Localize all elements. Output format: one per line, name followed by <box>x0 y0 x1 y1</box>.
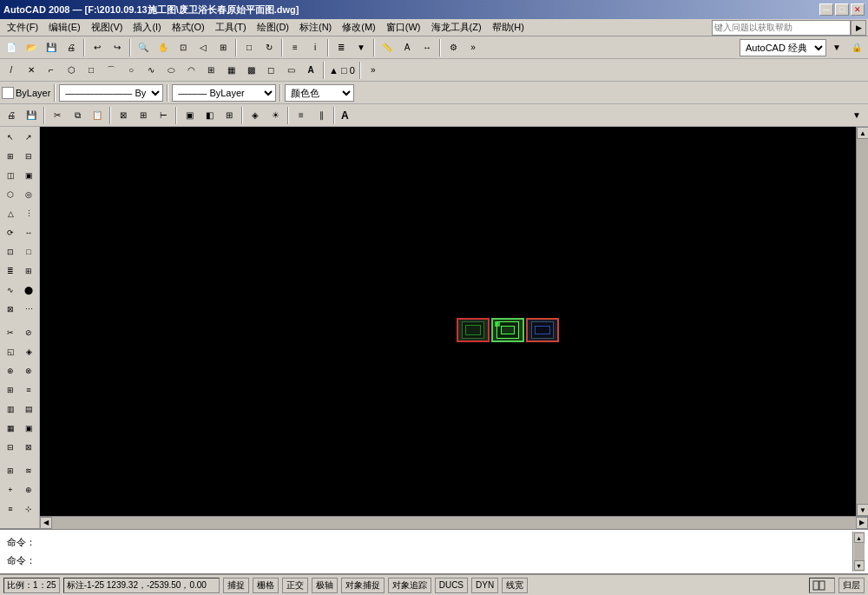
more-btn[interactable]: » <box>464 38 483 57</box>
lock-ui[interactable]: 🔒 <box>847 38 866 57</box>
hscroll-left[interactable]: ◀ <box>40 517 52 529</box>
open-button[interactable]: 📂 <box>22 38 41 57</box>
vscroll-up[interactable]: ▲ <box>857 127 868 139</box>
menu-draw[interactable]: 绘图(D) <box>252 19 294 36</box>
menu-format[interactable]: 格式(O) <box>167 19 210 36</box>
hscroll-track[interactable] <box>52 517 856 529</box>
osnap-btn[interactable]: 对象捕捉 <box>341 578 385 593</box>
minimize-button[interactable]: — <box>819 3 833 16</box>
mline-style[interactable]: ≡ <box>292 106 311 125</box>
left-btn-3[interactable]: ⊞ <box>2 148 19 165</box>
menu-dimension[interactable]: 标注(N) <box>294 19 337 36</box>
menu-modify[interactable]: 修改(M) <box>337 19 381 36</box>
left-btn-24[interactable]: ◈ <box>20 343 37 360</box>
left-btn-42[interactable]: ⊛ <box>20 524 37 528</box>
save-small[interactable]: 💾 <box>22 106 41 125</box>
preview-thumb-1[interactable] <box>457 318 490 342</box>
zoom-realtime[interactable]: 🔍 <box>134 38 153 57</box>
grid-btn[interactable]: 栅格 <box>253 578 279 593</box>
close-button[interactable]: ✕ <box>851 3 865 16</box>
text-style[interactable]: A <box>398 38 417 57</box>
ortho-toggle[interactable]: ⊢ <box>154 106 173 125</box>
measure[interactable]: 📏 <box>378 38 397 57</box>
snap-btn[interactable]: 捕捉 <box>223 578 249 593</box>
cmdscroll-up[interactable]: ▲ <box>854 532 865 543</box>
lineweight-dropdown[interactable]: ——— ByLayer <box>172 84 276 102</box>
draw-hatch[interactable]: ▦ <box>221 61 240 80</box>
polar-btn[interactable]: 极轴 <box>312 578 338 593</box>
new-button[interactable]: 📄 <box>2 38 21 57</box>
left-btn-30[interactable]: ▤ <box>20 400 37 418</box>
insert-block[interactable]: ⊞ <box>220 106 239 125</box>
left-btn-20[interactable]: ⋯ <box>20 301 37 318</box>
draw-arc[interactable]: ⌒ <box>102 61 121 80</box>
help-search-input[interactable] <box>712 20 851 36</box>
left-btn-31[interactable]: ▦ <box>2 420 19 437</box>
lw-btn[interactable]: 线宽 <box>502 578 528 593</box>
snap-toggle[interactable]: ⊠ <box>114 106 133 125</box>
left-btn-9[interactable]: △ <box>2 205 19 222</box>
properties[interactable]: i <box>306 38 325 57</box>
preview-thumb-2[interactable] <box>491 318 524 342</box>
left-btn-23[interactable]: ◱ <box>2 343 19 360</box>
layer-return-btn[interactable]: 归层 <box>838 578 865 593</box>
preview-thumb-3[interactable] <box>526 318 559 342</box>
left-btn-15[interactable]: ≣ <box>2 262 19 280</box>
left-btn-18[interactable]: ⬤ <box>20 281 37 299</box>
left-btn-36[interactable]: ≋ <box>20 462 37 479</box>
left-btn-16[interactable]: ⊞ <box>20 262 37 280</box>
drawing-canvas[interactable] <box>40 127 856 516</box>
more3[interactable]: ▼ <box>847 106 866 125</box>
linetype-dropdown[interactable]: ——————— ByLayer <box>59 84 163 102</box>
ortho-btn[interactable]: 正交 <box>282 578 308 593</box>
render[interactable]: ◈ <box>246 106 265 125</box>
dim-style[interactable]: ↔ <box>418 38 437 57</box>
draw-line[interactable]: / <box>2 61 21 80</box>
sun[interactable]: ☀ <box>266 106 285 125</box>
plot-button[interactable]: 🖨 <box>62 38 81 57</box>
menu-window[interactable]: 窗口(W) <box>381 19 426 36</box>
left-btn-14[interactable]: □ <box>20 243 37 261</box>
draw-spline[interactable]: ∿ <box>141 61 161 80</box>
more2[interactable]: » <box>364 61 383 80</box>
print-prev[interactable]: 🖨 <box>2 106 21 125</box>
left-btn-38[interactable]: ⊕ <box>20 481 37 499</box>
draw-ellipse[interactable]: ⬭ <box>161 61 181 80</box>
pan-button[interactable]: ✋ <box>154 38 173 57</box>
otrack-btn[interactable]: 对象追踪 <box>388 578 431 593</box>
cmd-input-1[interactable] <box>39 538 849 548</box>
vscroll-down[interactable]: ▼ <box>857 504 868 516</box>
left-btn-21[interactable]: ✂ <box>2 324 19 341</box>
left-btn-17[interactable]: ∿ <box>2 281 19 299</box>
layer-panel[interactable]: ≣ <box>332 38 351 57</box>
left-btn-22[interactable]: ⊘ <box>20 324 37 341</box>
plotstyle-dropdown[interactable]: 颜色色 <box>285 84 354 102</box>
vscroll-track[interactable] <box>857 139 868 504</box>
left-btn-10[interactable]: ⋮ <box>20 205 37 222</box>
left-btn-4[interactable]: ⊟ <box>20 148 37 165</box>
left-btn-40[interactable]: ⊹ <box>20 500 37 518</box>
cut[interactable]: ✂ <box>48 106 67 125</box>
left-btn-37[interactable]: + <box>2 481 19 499</box>
left-btn-28[interactable]: ≡ <box>20 381 37 399</box>
draw-polygon[interactable]: ⬡ <box>62 61 81 80</box>
menu-file[interactable]: 文件(F) <box>2 19 43 36</box>
left-btn-arrow[interactable]: ↖ <box>2 129 19 146</box>
left-btn-11[interactable]: ⟳ <box>2 224 19 241</box>
draw-circle[interactable]: ○ <box>122 61 141 80</box>
left-btn-7[interactable]: ⬡ <box>2 186 19 203</box>
mline-draw[interactable]: ∥ <box>312 106 331 125</box>
redo-button[interactable]: ↪ <box>108 38 127 57</box>
menu-edit[interactable]: 编辑(E) <box>43 19 86 36</box>
left-btn-12[interactable]: ↔ <box>20 224 37 241</box>
draw-ellipse-arc[interactable]: ◠ <box>181 61 201 80</box>
draw-mtext[interactable]: A <box>301 61 320 80</box>
menu-help[interactable]: 帮助(H) <box>487 19 529 36</box>
left-btn-35[interactable]: ⊞ <box>2 462 19 479</box>
layer-dropdown-btn[interactable]: ▼ <box>352 38 371 57</box>
draw-polyline[interactable]: ⌐ <box>42 61 61 80</box>
help-search-button[interactable]: ▶ <box>851 20 866 36</box>
draw-gradient[interactable]: ▩ <box>241 61 260 80</box>
block-def[interactable]: ▣ <box>180 106 199 125</box>
menu-view[interactable]: 视图(V) <box>86 19 128 36</box>
